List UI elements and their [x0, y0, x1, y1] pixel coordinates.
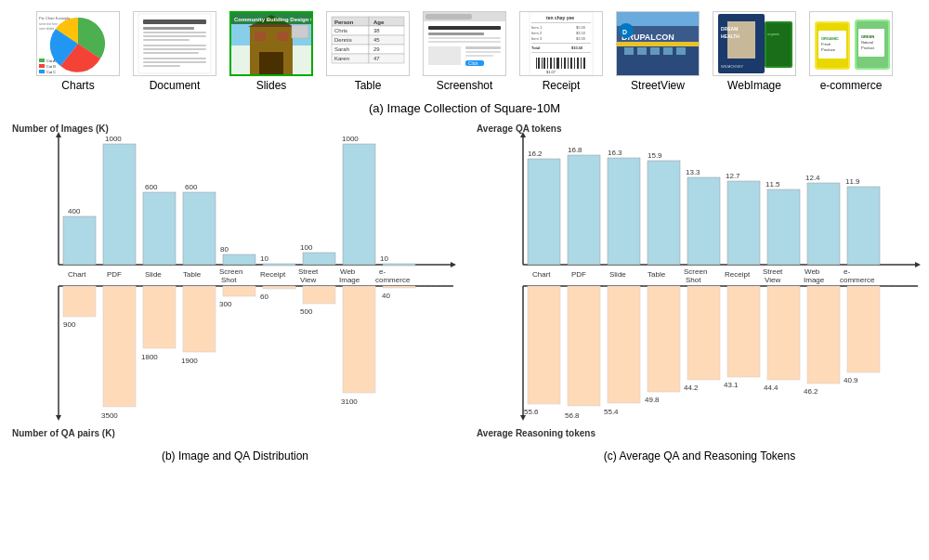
svg-text:Receipt: Receipt [725, 270, 751, 279]
svg-rect-142 [183, 192, 216, 265]
svg-text:Table: Table [648, 270, 666, 279]
svg-text:46.2: 46.2 [804, 387, 818, 396]
svg-text:Web: Web [805, 267, 820, 276]
svg-rect-197 [568, 155, 600, 265]
svg-rect-61 [428, 46, 461, 65]
svg-rect-13 [143, 32, 206, 33]
svg-rect-244 [807, 286, 840, 384]
svg-text:Chart: Chart [68, 270, 86, 279]
svg-text:300: 300 [219, 300, 232, 308]
svg-rect-140 [143, 192, 176, 265]
svg-rect-203 [687, 177, 720, 265]
svg-text:Natural: Natural [861, 40, 873, 45]
svg-rect-117 [766, 23, 791, 66]
svg-rect-59 [428, 37, 501, 39]
svg-text:Produce: Produce [821, 47, 836, 52]
svg-text:ORGANIC: ORGANIC [821, 36, 839, 41]
svg-rect-21 [143, 65, 180, 67]
svg-text:44.2: 44.2 [684, 384, 699, 392]
section-title-a: (a) Image Collection of Square-10M [7, 101, 922, 115]
svg-text:1000: 1000 [342, 135, 359, 143]
svg-text:Dennis: Dennis [334, 37, 352, 43]
svg-text:29: 29 [373, 46, 380, 52]
svg-text:e-: e- [844, 267, 850, 276]
svg-text:12.7: 12.7 [726, 172, 740, 180]
svg-rect-107 [650, 47, 660, 55]
svg-text:$3.50: $3.50 [576, 31, 586, 35]
svg-text:Street: Street [298, 267, 319, 276]
svg-text:Product: Product [861, 46, 875, 50]
svg-text:Average Reasoning tokens: Average Reasoning tokens [477, 428, 595, 438]
svg-text:600: 600 [145, 183, 158, 191]
svg-rect-93 [574, 58, 575, 69]
svg-text:Person: Person [334, 20, 354, 25]
svg-text:more details: more details [39, 27, 55, 31]
svg-text:16.2: 16.2 [528, 150, 543, 158]
svg-rect-242 [767, 286, 800, 380]
svg-text:43.1: 43.1 [724, 381, 739, 389]
label-webimage: WebImage [727, 79, 781, 92]
svg-rect-234 [608, 286, 640, 403]
svg-rect-205 [727, 181, 760, 265]
svg-rect-87 [554, 58, 555, 69]
svg-rect-15 [143, 39, 190, 41]
svg-rect-199 [608, 158, 640, 265]
svg-rect-96 [583, 58, 585, 69]
svg-text:Total: Total [531, 46, 540, 50]
svg-text:15.9: 15.9 [648, 151, 662, 160]
svg-rect-109 [676, 47, 686, 55]
svg-rect-173 [103, 286, 136, 407]
svg-text:16.3: 16.3 [608, 149, 622, 157]
svg-rect-1 [39, 59, 45, 62]
svg-text:Image: Image [804, 276, 825, 284]
svg-text:Slide: Slide [145, 270, 162, 279]
svg-rect-31 [292, 25, 308, 38]
svg-rect-25 [255, 32, 266, 41]
svg-rect-58 [428, 33, 484, 35]
chart-c-svg: Average QA tokens 16.2 16.8 [472, 121, 927, 446]
image-item-webimage: DREAM HEALTH WILMOVSKY organic WebImage [708, 11, 801, 92]
svg-text:Average QA tokens: Average QA tokens [477, 124, 562, 134]
svg-text:Table: Table [183, 270, 202, 279]
svg-text:40: 40 [382, 292, 390, 300]
image-collection: Cat A Cat B Cat C Pie Chart Example some… [7, 7, 922, 96]
svg-rect-57 [428, 26, 501, 30]
charts-row: Number of Images (K) 400 1000 [7, 121, 922, 553]
label-streetview: StreetView [631, 79, 685, 92]
svg-text:Image: Image [339, 276, 360, 284]
svg-text:$10.50: $10.50 [571, 46, 583, 50]
svg-rect-92 [570, 58, 572, 69]
thumb-charts: Cat A Cat B Cat C Pie Chart Example some… [36, 11, 120, 76]
svg-text:47: 47 [373, 56, 380, 61]
label-table: Table [355, 79, 382, 92]
svg-text:organic: organic [767, 32, 779, 36]
svg-text:Screen: Screen [684, 267, 707, 276]
svg-text:Shot: Shot [221, 276, 237, 284]
svg-rect-18 [143, 52, 199, 54]
svg-rect-105 [624, 47, 634, 55]
label-charts: Charts [61, 79, 94, 92]
svg-text:60: 60 [260, 293, 268, 301]
svg-text:Item 3: Item 3 [531, 36, 543, 41]
svg-text:Cat B: Cat B [46, 64, 56, 69]
svg-text:$1.07: $1.07 [546, 70, 556, 74]
svg-text:40.9: 40.9 [844, 376, 858, 384]
svg-text:Karen: Karen [334, 56, 349, 61]
svg-text:$2.00: $2.00 [576, 36, 586, 41]
svg-rect-85 [547, 58, 548, 69]
svg-rect-64 [465, 55, 493, 57]
svg-rect-211 [847, 187, 880, 265]
svg-rect-179 [223, 286, 255, 296]
svg-text:400: 400 [68, 207, 81, 215]
svg-text:GREEN: GREEN [861, 34, 874, 39]
svg-rect-27 [259, 52, 283, 74]
svg-rect-63 [465, 51, 501, 53]
image-item-screenshot: Click Screenshot [418, 11, 511, 92]
svg-text:PDF: PDF [571, 270, 586, 279]
chart-b-svg: Number of Images (K) 400 1000 [7, 121, 463, 446]
svg-rect-19 [143, 58, 206, 59]
svg-rect-14 [143, 35, 206, 37]
image-item-ecommerce: ORGANIC Fresh Produce GREEN Natural Prod… [805, 11, 897, 92]
svg-rect-152 [383, 264, 415, 266]
svg-text:Community Building Design Chal: Community Building Design Challenge [234, 17, 311, 22]
